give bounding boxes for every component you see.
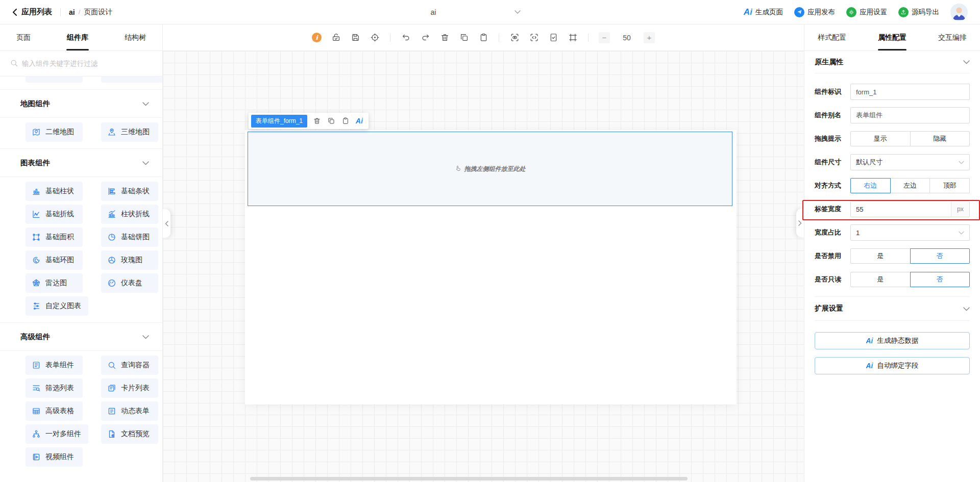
doc-preview-icon: [107, 429, 116, 439]
collapse-right-panel-handle[interactable]: [796, 209, 804, 237]
tab-structure-tree[interactable]: 结构树: [125, 24, 146, 50]
tab-component-library[interactable]: 组件库: [67, 24, 88, 50]
field-disabled: 是否禁用 是 否: [815, 244, 970, 268]
table-icon: [32, 407, 41, 416]
section-header-map[interactable]: 地图组件: [0, 89, 162, 118]
component-item-basic-line[interactable]: 基础折线: [26, 205, 83, 224]
chevron-down-icon: [963, 58, 970, 66]
component-item-basic-pie[interactable]: 基础饼图: [101, 227, 158, 247]
component-item-doc-preview[interactable]: 文档预览: [101, 424, 158, 444]
paste-icon[interactable]: [478, 33, 488, 43]
copy-icon[interactable]: [459, 33, 469, 43]
gear-icon: [846, 7, 856, 17]
component-item-form[interactable]: 表单组件: [26, 356, 83, 375]
zoom-in-button[interactable]: +: [644, 32, 655, 43]
redo-icon[interactable]: [420, 33, 430, 43]
component-item-video[interactable]: 视频组件: [26, 447, 83, 467]
component-item-rose-chart[interactable]: 玫瑰图: [101, 250, 158, 270]
component-item-basic-area[interactable]: 基础面积: [26, 227, 83, 247]
component-item-gauge[interactable]: 仪表盘: [101, 273, 158, 293]
component-item-query-container[interactable]: 查询容器: [101, 356, 158, 375]
page-select[interactable]: ai: [352, 0, 521, 24]
tab-property-config[interactable]: 属性配置: [878, 24, 906, 50]
info-icon[interactable]: i: [312, 33, 322, 42]
doc-check-icon[interactable]: [548, 33, 558, 43]
component-item-bar-line[interactable]: 柱状折线: [101, 205, 158, 224]
zoom-out-button[interactable]: −: [599, 32, 610, 43]
user-avatar[interactable]: [950, 4, 968, 21]
generate-page-button[interactable]: Ai 生成页面: [744, 8, 783, 17]
target-icon[interactable]: [370, 33, 380, 43]
search-input[interactable]: [22, 60, 152, 67]
component-item-basic-donut[interactable]: 基础环图: [26, 250, 83, 270]
section-extend-settings[interactable]: 扩展设置: [815, 296, 970, 321]
rose-chart-icon: [107, 256, 116, 265]
section-native-properties[interactable]: 原生属性: [815, 51, 970, 73]
topbar-actions: Ai 生成页面 应用发布 应用设置 源码导出: [744, 4, 968, 21]
field-readonly: 是否只读 是 否: [815, 268, 970, 291]
ai-logo-icon: Ai: [866, 362, 873, 369]
component-item-basic-bar[interactable]: 基础柱状: [26, 182, 83, 201]
readonly-no-option[interactable]: 否: [910, 272, 970, 287]
field-component-alias: 组件别名: [815, 104, 970, 127]
tree-icon: [32, 429, 41, 439]
back-chevron-icon[interactable]: [12, 9, 17, 16]
drag-tip-hide-option[interactable]: 隐藏: [910, 131, 970, 146]
component-item-custom-chart[interactable]: 自定义图表: [26, 296, 88, 316]
section-header-advanced[interactable]: 高级组件: [0, 322, 162, 351]
component-item-dynamic-form[interactable]: 动态表单: [101, 401, 158, 421]
divider: [588, 34, 589, 42]
component-item-3d-map[interactable]: 三维地图: [101, 122, 158, 142]
generate-static-data-button[interactable]: Ai 生成静态数据: [815, 332, 970, 349]
save-icon[interactable]: [350, 33, 360, 43]
component-alias-input[interactable]: [850, 107, 970, 123]
canvas-toolbar: i: [163, 24, 804, 51]
delete-icon[interactable]: [439, 33, 450, 43]
collapse-left-panel-handle[interactable]: [163, 209, 170, 238]
source-export-button[interactable]: 源码导出: [898, 7, 939, 17]
align-right-option[interactable]: 右边: [850, 178, 891, 193]
source-code-scan-icon[interactable]: [529, 33, 539, 43]
tab-interaction[interactable]: 交互编排: [938, 24, 967, 50]
design-canvas[interactable]: 拖拽左侧组件放至此处 表单组件_form_1 Ai: [163, 51, 804, 482]
align-top-option[interactable]: 顶部: [929, 178, 970, 193]
width-ratio-select[interactable]: 1: [850, 224, 970, 241]
ai-action-button[interactable]: Ai: [356, 117, 363, 124]
component-item-card-list[interactable]: 卡片列表: [101, 378, 158, 398]
component-item-region-select[interactable]: 行政区选择: [101, 77, 162, 83]
component-id-input[interactable]: [850, 84, 970, 100]
field-drag-tip: 拖拽提示 显示 隐藏: [815, 127, 970, 150]
component-item-advanced-table[interactable]: 高级表格: [26, 401, 83, 421]
unlock-icon[interactable]: [331, 33, 341, 43]
undo-icon[interactable]: [401, 33, 411, 43]
tab-style-config[interactable]: 样式配置: [818, 24, 846, 50]
auto-bind-fields-button[interactable]: Ai 自动绑定字段: [815, 357, 970, 374]
component-size-select[interactable]: 默认尺寸: [850, 154, 970, 170]
panel-tabs: 样式配置 属性配置 交互编排: [804, 24, 980, 51]
divider: [390, 34, 390, 42]
disabled-no-option[interactable]: 否: [910, 248, 970, 264]
component-item-radar-chart[interactable]: 雷达图: [26, 273, 83, 293]
paste-icon[interactable]: [341, 117, 350, 125]
app-settings-button[interactable]: 应用设置: [846, 7, 887, 17]
label-width-input[interactable]: [851, 201, 951, 217]
app-publish-button[interactable]: 应用发布: [794, 7, 835, 17]
copy-icon[interactable]: [327, 117, 336, 125]
component-item-qrcode[interactable]: 二维码: [26, 77, 83, 83]
align-left-option[interactable]: 左边: [890, 178, 930, 193]
artboard-frame-icon[interactable]: [568, 33, 578, 43]
selected-form-component[interactable]: 拖拽左侧组件放至此处: [248, 132, 732, 206]
drag-tip-show-option[interactable]: 显示: [850, 131, 911, 146]
section-header-chart[interactable]: 图表组件: [0, 148, 162, 177]
preview-scan-icon[interactable]: [509, 33, 520, 43]
readonly-yes-option[interactable]: 是: [850, 272, 911, 287]
component-item-basic-hbar[interactable]: 基础条状: [101, 182, 158, 201]
component-item-one-to-many[interactable]: 一对多组件: [26, 424, 88, 444]
delete-icon[interactable]: [313, 117, 322, 125]
horizontal-scrollbar[interactable]: [250, 477, 688, 480]
disabled-yes-option[interactable]: 是: [850, 248, 911, 264]
component-item-2d-map[interactable]: 二维地图: [26, 122, 83, 142]
tab-pages[interactable]: 页面: [16, 24, 31, 50]
back-to-app-list[interactable]: 应用列表: [21, 7, 52, 17]
component-item-filter-list[interactable]: 筛选列表: [26, 378, 83, 398]
